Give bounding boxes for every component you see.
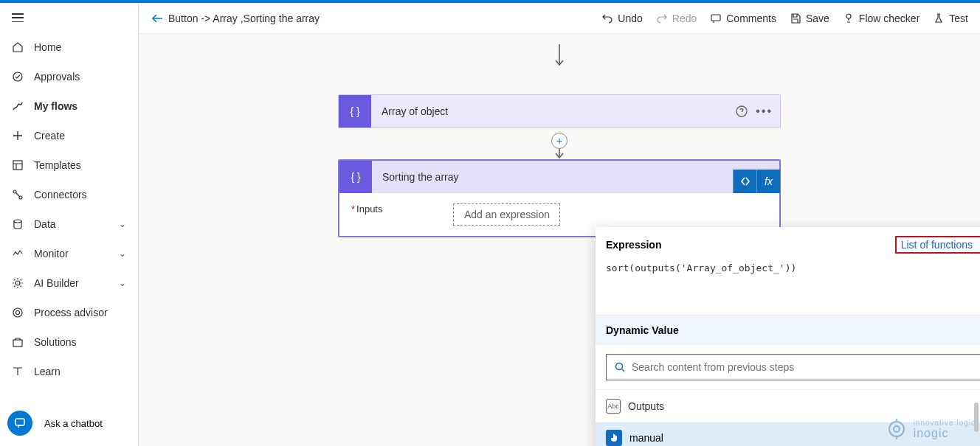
- sidebar-item-label: Connectors: [34, 189, 87, 201]
- step-sorting-array[interactable]: { } Sorting the array fx *Inputs Add an …: [338, 159, 781, 237]
- sidebar-item-label: Solutions: [34, 336, 77, 348]
- action-label: Comments: [726, 13, 776, 24]
- sidebar-item-create[interactable]: Create: [0, 121, 138, 150]
- learn-icon: [12, 366, 24, 377]
- highlight-box: List of functions ✕: [895, 236, 980, 254]
- step-array-of-object[interactable]: { } Array of object •••: [338, 94, 781, 128]
- expression-code[interactable]: sort(outputs('Array_of_object_')): [596, 255, 980, 316]
- monitor-icon: [12, 248, 24, 259]
- sidebar-item-label: Approvals: [34, 71, 80, 83]
- save-button[interactable]: Save: [790, 13, 829, 24]
- action-label: Save: [806, 13, 829, 24]
- sidebar-item-myflows[interactable]: My flows: [0, 91, 138, 121]
- chatbot-icon: [7, 411, 32, 436]
- nav: Home Approvals My flows Create Templates…: [0, 32, 138, 400]
- expression-input[interactable]: Add an expression: [453, 203, 560, 226]
- back-button[interactable]: [146, 12, 168, 25]
- approvals-icon: [12, 71, 24, 83]
- main: Button -> Array ,Sorting the array Undo …: [139, 3, 980, 446]
- chatbot-launcher[interactable]: Ask a chatbot: [0, 400, 138, 446]
- action-label: Redo: [672, 13, 697, 24]
- templates-icon: [12, 159, 24, 171]
- watermark-bottom: inogic: [914, 427, 949, 439]
- list-of-functions-link[interactable]: List of functions: [901, 239, 973, 251]
- sidebar-item-label: Process advisor: [34, 307, 108, 318]
- svg-point-0: [13, 72, 22, 81]
- ai-icon: [12, 277, 24, 289]
- step-title: Array of object: [371, 105, 448, 117]
- chevron-down-icon: ⌄: [119, 219, 126, 229]
- search-icon: [614, 361, 626, 373]
- sidebar-item-label: My flows: [34, 100, 77, 112]
- watermark-top: innovative logic: [914, 419, 976, 427]
- watermark: innovative logic inogic: [884, 417, 976, 442]
- sidebar-item-approvals[interactable]: Approvals: [0, 62, 138, 91]
- svg-rect-10: [711, 15, 720, 21]
- header: Button -> Array ,Sorting the array Undo …: [139, 3, 980, 34]
- expression-popup: Expression List of functions ✕ sort(outp…: [596, 227, 980, 446]
- svg-point-14: [889, 422, 904, 436]
- svg-rect-8: [13, 340, 22, 346]
- svg-point-15: [894, 426, 900, 432]
- dynamic-value-header[interactable]: Dynamic Value ⌃: [596, 316, 980, 345]
- svg-point-7: [16, 311, 20, 315]
- plus-icon: [12, 130, 24, 142]
- flow-canvas: { } Array of object ••• + { } Sorting th…: [139, 34, 980, 446]
- solutions-icon: [12, 336, 24, 348]
- data-icon: [12, 218, 24, 230]
- add-step-button[interactable]: +: [551, 133, 567, 149]
- popup-title: Expression: [606, 239, 661, 251]
- svg-rect-9: [15, 419, 24, 425]
- svg-rect-1: [13, 161, 22, 170]
- process-icon: [12, 307, 24, 318]
- step-title: Sorting the array: [372, 171, 459, 183]
- redo-button[interactable]: Redo: [656, 13, 697, 24]
- sidebar-item-label: AI Builder: [34, 277, 79, 289]
- test-button[interactable]: Test: [933, 13, 968, 24]
- sidebar-item-learn[interactable]: Learn: [0, 357, 138, 386]
- connector-arrow-icon: [552, 43, 567, 68]
- manual-icon: [606, 430, 622, 446]
- help-icon[interactable]: [735, 105, 748, 118]
- svg-point-11: [846, 14, 851, 18]
- dynamic-value-label: Dynamic Value: [606, 324, 679, 336]
- sidebar-item-processadvisor[interactable]: Process advisor: [0, 298, 138, 327]
- svg-point-6: [13, 308, 22, 317]
- search-input[interactable]: [606, 354, 980, 380]
- sidebar-item-label: Data: [34, 218, 56, 230]
- sidebar-item-home[interactable]: Home: [0, 32, 138, 62]
- flows-icon: [12, 100, 24, 112]
- sidebar-item-data[interactable]: Data ⌄: [0, 209, 138, 239]
- sidebar-item-monitor[interactable]: Monitor ⌄: [0, 239, 138, 268]
- sidebar-item-solutions[interactable]: Solutions: [0, 327, 138, 357]
- sidebar-item-templates[interactable]: Templates: [0, 150, 138, 180]
- search-field[interactable]: [632, 361, 980, 373]
- chevron-down-icon: ⌄: [119, 248, 126, 259]
- action-label: Flow checker: [859, 13, 919, 24]
- sidebar-item-label: Monitor: [34, 248, 69, 259]
- sidebar-item-connectors[interactable]: Connectors: [0, 180, 138, 209]
- sidebar-item-label: Create: [34, 130, 65, 142]
- breadcrumb: Button -> Array ,Sorting the array: [168, 13, 320, 24]
- svg-point-2: [13, 190, 16, 193]
- compose-icon: { }: [339, 95, 371, 128]
- more-icon[interactable]: •••: [756, 105, 773, 118]
- compose-icon: { }: [339, 161, 372, 193]
- undo-button[interactable]: Undo: [601, 13, 642, 24]
- chevron-down-icon: ⌄: [119, 278, 126, 288]
- comments-button[interactable]: Comments: [710, 13, 776, 24]
- sidebar-item-label: Home: [34, 41, 61, 53]
- hamburger-menu[interactable]: [0, 3, 138, 32]
- connectors-icon: [12, 189, 24, 201]
- flowchecker-button[interactable]: Flow checker: [843, 13, 919, 24]
- sidebar-item-aibuilder[interactable]: AI Builder ⌄: [0, 268, 138, 298]
- expression-fx-button[interactable]: fx: [756, 170, 780, 193]
- svg-point-3: [19, 196, 22, 199]
- dynamic-content-button[interactable]: [733, 170, 756, 193]
- svg-point-5: [15, 281, 20, 285]
- svg-point-4: [14, 220, 21, 223]
- sidebar-item-label: Templates: [34, 159, 81, 171]
- sidebar-item-label: Learn: [34, 366, 61, 377]
- action-label: Test: [949, 13, 968, 24]
- sidebar: Home Approvals My flows Create Templates…: [0, 3, 139, 446]
